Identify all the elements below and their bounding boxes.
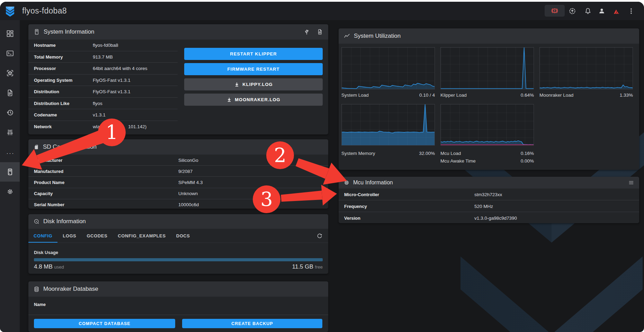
sidebar-item-gcode-viewer[interactable] bbox=[0, 63, 20, 83]
disk-usage-bar bbox=[34, 258, 323, 261]
chart-value: 32.00% bbox=[419, 151, 435, 156]
row-label: Version bbox=[344, 215, 360, 220]
sidebar-item-dashboard[interactable] bbox=[0, 24, 20, 43]
firmware-restart-button[interactable]: FIRMWARE RESTART bbox=[184, 63, 323, 75]
tab-docs[interactable]: DOCS bbox=[171, 229, 195, 243]
row-label: Serial Number bbox=[34, 202, 64, 207]
sidebar-item-tune[interactable] bbox=[0, 123, 20, 142]
system-memory-chart bbox=[341, 104, 435, 146]
disk-information-panel: Disk Information CONFIG LOGS GCODES CONF… bbox=[28, 214, 328, 274]
chip-icon bbox=[343, 180, 350, 186]
sidebar-item-console[interactable] bbox=[0, 44, 20, 63]
button-label: FIRMWARE RESTART bbox=[227, 67, 280, 72]
download-icon bbox=[234, 82, 240, 87]
row-value: Unknown bbox=[178, 191, 198, 196]
klippy-log-button[interactable]: KLIPPY.LOG bbox=[184, 78, 323, 90]
sidebar-item-settings[interactable] bbox=[0, 182, 20, 201]
restart-klipper-button[interactable]: RESTART KLIPPER bbox=[184, 48, 323, 60]
row-value: 9/2087 bbox=[178, 168, 193, 174]
usb-icon[interactable] bbox=[303, 28, 310, 35]
tune-icon bbox=[6, 128, 14, 137]
panel-title: Moonraker Database bbox=[43, 286, 98, 292]
moonraker-load-chart bbox=[539, 47, 633, 89]
history-icon bbox=[6, 108, 14, 117]
table-row: Processor 64bit aarch64 with 4 cores bbox=[28, 62, 178, 74]
panel-title: Disk Information bbox=[43, 218, 86, 225]
database-name-column-header: Name bbox=[34, 302, 46, 307]
table-row: Total Memory 913.7 MB bbox=[28, 51, 178, 63]
row-value: v1.3.0-ga98c9d7390 bbox=[474, 215, 517, 220]
server-icon bbox=[6, 168, 14, 176]
row-label: Manufactured bbox=[34, 168, 63, 174]
moonraker-log-button[interactable]: MOONRAKER.LOG bbox=[184, 94, 323, 106]
notifications-bell-icon[interactable] bbox=[584, 7, 592, 15]
tab-config-examples[interactable]: CONFIG_EXAMPLES bbox=[113, 229, 171, 243]
row-value-suffix: 101.142) bbox=[128, 124, 146, 129]
table-row: Frequency 520 MHz bbox=[339, 200, 639, 212]
tab-config[interactable]: CONFIG bbox=[28, 229, 57, 243]
row-value: 520 MHz bbox=[474, 203, 493, 209]
top-app-bar: flyos-fdoba8 bbox=[0, 2, 644, 20]
hamburger-menu-icon[interactable] bbox=[628, 180, 634, 186]
table-row: Hostname flyos-fd0ba8 bbox=[28, 40, 178, 51]
system-load-chart bbox=[341, 47, 435, 89]
row-value: 64bit aarch64 with 4 cores bbox=[93, 66, 147, 71]
moonraker-database-panel: Moonraker Database Name COMPACT DATABASE… bbox=[28, 281, 328, 332]
disk-free-text: 11.5 GB free bbox=[292, 263, 323, 270]
sidebar-item-configuration[interactable]: {...} bbox=[0, 142, 20, 162]
fly-logo-icon[interactable] bbox=[4, 5, 16, 17]
chart-label: System Memory bbox=[341, 151, 375, 156]
sidebar-nav: {...} bbox=[0, 20, 20, 332]
mcu-awake-time-legend: Mcu Awake Time 0.00% bbox=[440, 157, 534, 164]
mcu-load-legend: Mcu Load 0.16% bbox=[440, 150, 534, 157]
log-file-icon[interactable] bbox=[316, 28, 323, 35]
button-label: KLIPPY.LOG bbox=[242, 82, 272, 87]
update-status-icon[interactable] bbox=[568, 7, 576, 15]
refresh-icon[interactable] bbox=[316, 232, 323, 239]
console-icon bbox=[6, 49, 14, 58]
button-label: CREATE BACKUP bbox=[231, 321, 273, 326]
table-row: Manufactured 9/2087 bbox=[28, 165, 328, 176]
row-value: FlyOS-Fast v1.3.1 bbox=[93, 89, 131, 94]
file-document-icon bbox=[6, 89, 14, 97]
row-value: stm32h723xx bbox=[474, 192, 502, 197]
sidebar-item-history[interactable] bbox=[0, 103, 20, 122]
row-label: Micro-Controller bbox=[344, 192, 379, 197]
table-row-network: Network wlan 101.142) bbox=[28, 121, 178, 132]
disk-used-unit: used bbox=[54, 264, 64, 270]
app-window: flyos-fdoba8 bbox=[0, 2, 644, 332]
dashboard-icon bbox=[6, 29, 14, 38]
row-label: Frequency bbox=[344, 203, 367, 209]
row-label: Operating System bbox=[34, 77, 72, 82]
chart-label: Klipper Load bbox=[440, 93, 467, 98]
chart-value: 0.16% bbox=[521, 151, 534, 156]
sidebar-item-files[interactable] bbox=[0, 83, 20, 103]
compact-database-button[interactable]: COMPACT DATABASE bbox=[34, 319, 175, 328]
row-value: 10000c6d bbox=[178, 202, 199, 207]
chart-label: Mcu Load bbox=[440, 151, 461, 156]
chart-label: System Load bbox=[341, 93, 369, 98]
disk-free-unit: free bbox=[315, 264, 323, 270]
disk-used-text: 4.8 MB used bbox=[34, 263, 64, 270]
table-row: Distribution FlyOS-Fast v1.3.1 bbox=[28, 86, 178, 97]
tab-logs[interactable]: LOGS bbox=[57, 229, 81, 243]
account-icon[interactable] bbox=[598, 7, 606, 15]
fly-brand-menu-icon[interactable] bbox=[612, 7, 620, 15]
row-value: SiliconGo bbox=[178, 157, 198, 163]
mcu-load-chart bbox=[440, 104, 534, 146]
row-value: 913.7 MB bbox=[93, 54, 113, 59]
row-value: v1.3.1 bbox=[93, 112, 106, 117]
button-label: RESTART KLIPPER bbox=[230, 51, 277, 56]
sd-card-icon bbox=[33, 144, 39, 150]
table-row: Distribution Like flyos bbox=[28, 97, 178, 109]
sidebar-item-machine[interactable] bbox=[0, 162, 20, 182]
tab-gcodes[interactable]: GCODES bbox=[81, 229, 113, 243]
sd-card-table: Manufacturer SiliconGo Manufactured 9/20… bbox=[28, 155, 328, 210]
panel-title: System Information bbox=[44, 28, 94, 35]
braces-icon: {...} bbox=[6, 148, 15, 156]
overflow-menu-icon[interactable] bbox=[627, 7, 635, 15]
chart-line-icon bbox=[343, 33, 350, 40]
printer-title: flyos-fdoba8 bbox=[22, 6, 67, 16]
emergency-stop-button[interactable] bbox=[545, 5, 565, 17]
create-backup-button[interactable]: CREATE BACKUP bbox=[182, 319, 322, 328]
